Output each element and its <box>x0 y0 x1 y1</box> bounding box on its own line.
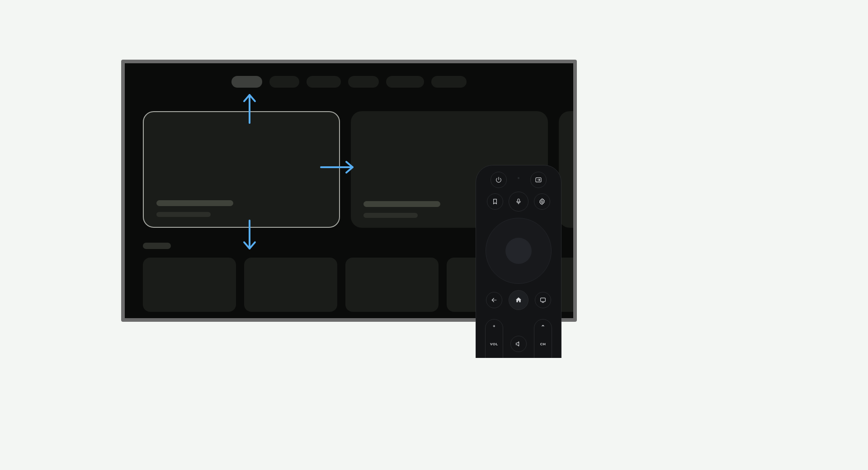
mute-button[interactable] <box>510 336 527 352</box>
mic-icon <box>515 198 522 205</box>
home-icon <box>515 296 522 304</box>
focus-arrow-up-icon <box>241 92 259 124</box>
svg-rect-4 <box>518 199 519 202</box>
nav-tabs <box>125 76 573 88</box>
bookmark-button[interactable] <box>487 193 503 210</box>
power-icon <box>495 176 502 183</box>
back-button[interactable] <box>486 292 502 308</box>
placeholder-text-line <box>363 213 418 218</box>
nav-tab[interactable] <box>348 76 379 88</box>
input-button[interactable] <box>530 172 547 188</box>
illustration-canvas: + VOL − ⌃ CH ⌄ <box>9 9 669 358</box>
thumb-card[interactable] <box>345 258 439 312</box>
chevron-up-icon: ⌃ <box>541 324 545 330</box>
nav-tab[interactable] <box>307 76 341 88</box>
arrow-left-icon <box>491 296 498 304</box>
mute-icon <box>515 340 522 348</box>
nav-tab[interactable] <box>431 76 467 88</box>
focus-arrow-right-icon <box>319 158 355 176</box>
svg-point-5 <box>541 201 543 202</box>
remote-led-icon <box>518 177 519 179</box>
channel-label: CH <box>540 342 546 346</box>
plus-icon: + <box>493 324 495 329</box>
placeholder-text-line <box>363 201 440 207</box>
thumb-card[interactable] <box>143 258 236 312</box>
focus-arrow-down-icon <box>241 220 259 251</box>
channel-rocker[interactable]: ⌃ CH ⌄ <box>534 319 552 358</box>
gear-icon <box>538 198 546 205</box>
dpad[interactable] <box>486 218 552 284</box>
settings-button[interactable] <box>534 193 550 210</box>
volume-rocker[interactable]: + VOL − <box>485 319 503 358</box>
nav-tab[interactable] <box>269 76 299 88</box>
tv-icon <box>539 296 547 304</box>
voice-button[interactable] <box>509 192 528 212</box>
home-button[interactable] <box>509 290 528 310</box>
dpad-select-button[interactable] <box>505 238 532 264</box>
volume-label: VOL <box>490 342 498 346</box>
input-icon <box>535 176 542 183</box>
hero-card-focused[interactable] <box>143 111 340 228</box>
power-button[interactable] <box>491 172 507 188</box>
section-label-placeholder <box>143 243 171 249</box>
nav-tab[interactable] <box>386 76 424 88</box>
placeholder-text-line <box>156 200 233 206</box>
nav-tab-active[interactable] <box>231 76 262 88</box>
placeholder-text-line <box>156 212 211 217</box>
bookmark-icon <box>491 198 499 205</box>
guide-button[interactable] <box>535 292 551 308</box>
svg-rect-6 <box>541 298 546 301</box>
remote-control: + VOL − ⌃ CH ⌄ <box>476 165 561 358</box>
chevron-down-icon: ⌄ <box>541 357 545 358</box>
thumb-card[interactable] <box>244 258 337 312</box>
